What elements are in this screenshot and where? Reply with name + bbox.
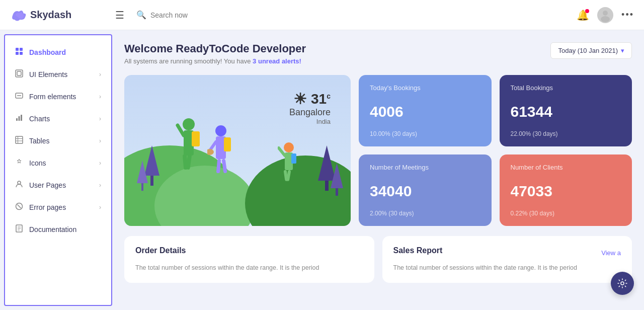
arrow-icon: › [99, 160, 101, 167]
svg-rect-7 [17, 71, 21, 75]
arrow-icon: › [99, 204, 101, 211]
page-header: Welcome ReadyToCode Developer All system… [124, 42, 632, 65]
alert-link[interactable]: 3 unread alerts! [253, 57, 301, 65]
svg-rect-42 [222, 159, 227, 174]
svg-rect-40 [224, 137, 231, 151]
arrow-icon: › [99, 93, 101, 100]
arrow-icon: › [99, 71, 101, 78]
sidebar-item-user-pages[interactable]: User Pages › [5, 174, 111, 196]
svg-line-37 [178, 125, 184, 135]
logo-area: Skydash [10, 7, 113, 23]
sidebar-item-label: Error pages [29, 203, 93, 211]
svg-rect-31 [336, 188, 338, 196]
svg-rect-10 [16, 118, 18, 121]
search-icon: 🔍 [136, 10, 146, 20]
arrow-icon: › [99, 137, 101, 144]
sidebar-item-label: Tables [29, 137, 93, 145]
sidebar-item-form-elements[interactable]: Form elements › [5, 86, 111, 108]
stat-label: Number of Meetings [370, 164, 480, 171]
hamburger-button[interactable]: ☰ [113, 7, 126, 23]
stat-sub: 2.00% (30 days) [370, 210, 480, 217]
sidebar-item-label: User Pages [29, 181, 93, 189]
header-right: 🔔 ••• [577, 7, 634, 23]
svg-rect-6 [16, 70, 23, 77]
notification-dot [585, 9, 589, 13]
stat-value: 4006 [370, 103, 480, 120]
location: Bangalore India [289, 107, 331, 125]
cards-row: ☀ 31c Bangalore India Today's Bookings 4… [124, 75, 632, 226]
sidebar-item-label: Icons [29, 159, 93, 167]
settings-fab[interactable] [611, 272, 634, 295]
order-details-header: Order Details [135, 246, 363, 259]
svg-point-51 [621, 282, 624, 285]
stat-card-bookings-today: Today's Bookings 4006 10.00% (30 days) [359, 75, 492, 146]
stat-value: 47033 [511, 183, 621, 200]
sidebar-item-dashboard[interactable]: Dashboard [5, 41, 111, 63]
notification-icon[interactable]: 🔔 [577, 9, 589, 21]
sidebar-item-label: Charts [29, 115, 93, 123]
svg-rect-12 [21, 115, 22, 121]
documentation-icon [15, 224, 23, 235]
sidebar-item-label: Dashboard [29, 48, 101, 56]
stat-cards: Today's Bookings 4006 10.00% (30 days) T… [359, 75, 632, 226]
svg-rect-5 [20, 52, 23, 55]
svg-marker-26 [137, 161, 148, 183]
welcome-section: Welcome ReadyToCode Developer All system… [124, 42, 306, 65]
icons-icon [15, 158, 23, 168]
stat-card-clients: Number of Clients 47033 0.22% (30 days) [500, 154, 632, 226]
sidebar-item-charts[interactable]: Charts › [5, 108, 111, 130]
svg-point-0 [603, 11, 608, 16]
svg-rect-3 [20, 48, 23, 51]
svg-rect-27 [141, 183, 143, 191]
svg-rect-47 [291, 153, 296, 164]
tables-icon [15, 136, 23, 146]
svg-rect-25 [150, 176, 153, 186]
stat-label: Today's Bookings [370, 84, 480, 92]
sales-report-header: Sales Report View a [393, 246, 621, 259]
svg-rect-29 [325, 181, 329, 191]
sidebar-item-documentation[interactable]: Documentation [5, 218, 111, 241]
weather-info: ☀ 31c [293, 90, 331, 108]
stat-sub: 10.00% (30 days) [370, 130, 480, 137]
sidebar-item-error-pages[interactable]: Error pages › [5, 196, 111, 218]
arrow-icon: › [99, 115, 101, 122]
logo-icon [10, 7, 26, 23]
sales-report-card: Sales Report View a The total number of … [382, 236, 632, 283]
svg-line-19 [18, 205, 21, 208]
layout: Dashboard UI Elements › Form elements › [0, 30, 644, 310]
sales-report-title: Sales Report [393, 246, 443, 255]
page-title: Welcome ReadyToCode Developer [124, 42, 306, 55]
sidebar-item-icons[interactable]: Icons › [5, 152, 111, 174]
date-selector[interactable]: Today (10 Jan 2021) ▾ [550, 42, 632, 59]
svg-rect-41 [216, 159, 221, 174]
sidebar-item-label: Documentation [29, 225, 101, 234]
view-link[interactable]: View a [601, 249, 621, 257]
svg-rect-4 [16, 52, 19, 55]
welcome-subtitle: All systems are running smoothly! You ha… [124, 57, 306, 65]
sidebar: Dashboard UI Elements › Form elements › [4, 34, 112, 306]
bottom-row: Order Details The total number of sessio… [124, 236, 632, 283]
dashboard-icon [15, 47, 23, 57]
sidebar-item-tables[interactable]: Tables › [5, 130, 111, 152]
svg-point-44 [207, 149, 214, 155]
form-elements-icon [15, 92, 23, 102]
user-pages-icon [15, 180, 23, 190]
svg-point-38 [215, 125, 226, 136]
more-options-icon[interactable]: ••• [621, 10, 634, 20]
stat-value: 61344 [511, 103, 621, 120]
order-details-title: Order Details [135, 246, 186, 255]
svg-rect-34 [192, 131, 200, 146]
avatar[interactable] [597, 7, 613, 23]
chevron-down-icon: ▾ [621, 47, 624, 54]
sidebar-item-ui-elements[interactable]: UI Elements › [5, 63, 111, 86]
banner-card: ☀ 31c Bangalore India [124, 75, 351, 226]
stat-label: Number of Clients [511, 164, 621, 171]
search-input[interactable] [150, 11, 251, 19]
svg-point-1 [601, 16, 610, 22]
svg-rect-2 [16, 48, 19, 51]
banner-illustration: ☀ 31c Bangalore India [124, 75, 351, 226]
error-pages-icon [15, 202, 23, 212]
order-details-text: The total number of sessions within the … [135, 263, 363, 273]
svg-line-50 [279, 148, 285, 156]
sidebar-item-label: UI Elements [29, 70, 93, 79]
